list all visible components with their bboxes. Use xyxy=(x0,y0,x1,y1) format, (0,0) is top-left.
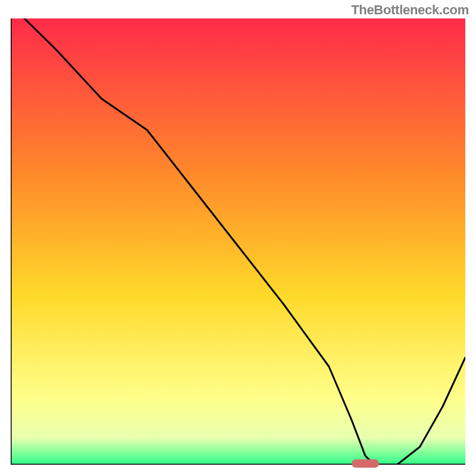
attribution-label: TheBottleneck.com xyxy=(351,2,469,18)
gradient-background xyxy=(11,18,465,465)
bottleneck-chart xyxy=(11,18,465,465)
optimal-marker xyxy=(352,459,379,468)
